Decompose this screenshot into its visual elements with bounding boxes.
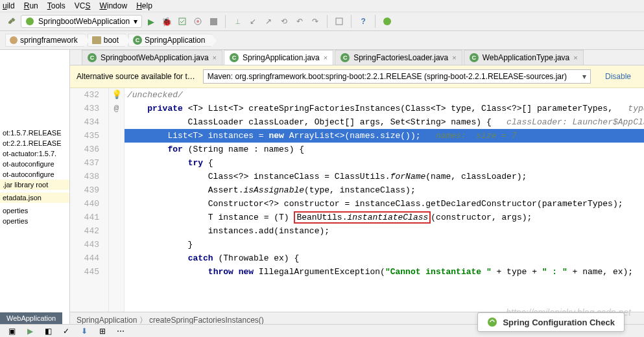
vcs-update-icon[interactable]: ↙ (246, 15, 259, 28)
menu-build[interactable]: uild (3, 1, 15, 10)
undo-icon[interactable]: ↶ (293, 15, 306, 28)
code-line[interactable]: for (String name : names) { (125, 143, 644, 156)
code-line[interactable]: T instance = (T) BeanUtils.instantiateCl… (125, 211, 644, 224)
code-editor[interactable]: 4324334344354364374384394404414424434444… (70, 88, 644, 312)
breadcrumb-folder[interactable]: boot (88, 34, 126, 47)
code-line[interactable]: try { (125, 156, 644, 170)
menu-run[interactable]: Run (24, 1, 38, 10)
vcs-commit-icon[interactable]: ↗ (262, 15, 275, 28)
tree-item[interactable]: etadata.json (0, 192, 69, 203)
history-icon[interactable]: ⟲ (278, 15, 291, 28)
annotation-icon: @ (114, 102, 119, 115)
menu-tools[interactable]: Tools (47, 1, 66, 10)
code-line[interactable]: List<T> instances = new ArrayList<>(name… (125, 129, 644, 143)
tree-item[interactable]: ot-actuator:1.5.7. (0, 148, 69, 159)
svg-rect-5 (336, 18, 342, 25)
close-icon[interactable]: × (573, 54, 577, 62)
package-icon (10, 36, 18, 44)
coverage-icon[interactable] (176, 15, 189, 28)
close-icon[interactable]: × (324, 54, 328, 62)
file-tab[interactable]: CSpringFactoriesLoader.java× (335, 50, 462, 65)
svg-rect-2 (179, 18, 185, 25)
file-tab[interactable]: CSpringbootWebApplication.java× (82, 50, 222, 65)
marker-gutter: 💡@ (109, 88, 125, 312)
code-line[interactable]: instances.add(instance); (125, 224, 644, 238)
code-line[interactable]: throw new IllegalArgumentException("Cann… (125, 265, 644, 279)
stop-icon[interactable] (207, 15, 220, 28)
class-icon: C (470, 53, 479, 62)
code-line[interactable]: private <T> List<T> createSpringFactorie… (125, 102, 644, 115)
source-select[interactable]: Maven: org.springframework.boot:spring-b… (203, 69, 591, 84)
svg-point-6 (383, 17, 391, 25)
menu-bar: uild Run Tools VCS Window Help (0, 0, 644, 12)
svg-point-1 (26, 17, 34, 25)
tree-item[interactable]: operties (0, 216, 69, 226)
breadcrumb-package[interactable]: springframework (5, 34, 85, 47)
tree-item[interactable]: ot-autoconfigure (0, 159, 69, 169)
close-icon[interactable]: × (452, 54, 456, 62)
profile-icon[interactable] (191, 15, 204, 28)
bulb-icon[interactable]: 💡 (112, 88, 122, 102)
db-icon[interactable]: ⊞ (96, 325, 109, 338)
debug-tool-icon[interactable]: ◧ (42, 325, 54, 338)
class-icon: C (88, 53, 97, 62)
terminal-icon[interactable]: ▣ (5, 325, 18, 338)
code-body[interactable]: /unchecked/ private <T> List<T> createSp… (125, 88, 644, 312)
run-icon[interactable]: ▶ (145, 15, 158, 28)
tree-item[interactable]: ot:1.5.7.RELEASE (0, 128, 69, 138)
menu-window[interactable]: Window (99, 1, 127, 10)
code-line[interactable]: Assert.isAssignable(type, instanceClass)… (125, 183, 644, 197)
help-icon[interactable]: ? (357, 15, 370, 28)
tree-item[interactable]: ot-autoconfigure (0, 169, 69, 180)
svg-point-4 (197, 20, 199, 23)
file-tab[interactable]: CSpringApplication.java× (224, 50, 333, 65)
link-icon[interactable]: ⟂ (231, 15, 244, 28)
close-icon[interactable]: × (213, 54, 217, 62)
code-line[interactable]: } (125, 238, 644, 251)
svg-point-7 (488, 318, 497, 327)
spring-config-popup[interactable]: Spring Configuration Check (477, 312, 625, 332)
run-config-label: SpringbootWebApplication (38, 17, 130, 26)
code-line[interactable]: /unchecked/ (125, 88, 644, 102)
project-tree[interactable]: ot:1.5.7.RELEASEot:2.2.1.RELEASEot-actua… (0, 50, 70, 329)
menu-help[interactable]: Help (136, 1, 152, 10)
code-line[interactable]: catch (Throwable ex) { (125, 251, 644, 265)
vcs-tool-icon[interactable]: ⬇ (78, 325, 91, 338)
bottom-tool-icons: ▣ ▶ ◧ ✓ ⬇ ⊞ ⋯ (5, 325, 127, 338)
folder-icon (92, 36, 101, 44)
disable-link[interactable]: Disable (599, 72, 638, 81)
notice-text: Alternative source available for t… (77, 72, 195, 81)
hammer-icon[interactable] (5, 15, 18, 28)
line-gutter: 4324334344354364374384394404414424434444… (70, 88, 109, 312)
breadcrumb-class[interactable]: CSpringApplication (128, 34, 212, 47)
code-line[interactable]: Class<?> instanceClass = ClassUtils.forN… (125, 170, 644, 183)
spring-icon (487, 317, 497, 327)
run-config-selector[interactable]: SpringbootWebApplication ▾ (21, 15, 142, 28)
bottom-tool-tab[interactable]: WebApplication (0, 312, 62, 324)
tree-item[interactable]: ot:2.2.1.RELEASE (0, 138, 69, 148)
run-tool-icon[interactable]: ▶ (23, 325, 36, 338)
breadcrumb-bar: springframework boot CSpringApplication (0, 31, 644, 50)
debug-icon[interactable]: 🐞 (160, 15, 173, 28)
toolbar: SpringbootWebApplication ▾ ▶ 🐞 ⟂ ↙ ↗ ⟲ ↶… (0, 12, 644, 31)
class-icon: C (230, 53, 239, 62)
editor-area: CSpringbootWebApplication.java×CSpringAp… (70, 50, 644, 329)
code-line[interactable]: Constructor<?> constructor = instanceCla… (125, 197, 644, 211)
menu-vcs[interactable]: VCS (75, 1, 91, 10)
code-line[interactable]: ClassLoader classLoader, Object[] args, … (125, 115, 644, 129)
class-icon: C (133, 36, 142, 45)
tree-item[interactable]: .jar library root (0, 180, 69, 190)
structure-icon[interactable] (333, 15, 346, 28)
file-tab[interactable]: CWebApplicationType.java× (464, 50, 584, 65)
spring-icon (25, 17, 34, 26)
class-icon: C (340, 53, 350, 62)
redo-icon[interactable]: ↷ (309, 15, 322, 28)
chevron-down-icon: ▾ (134, 17, 137, 26)
todo-icon[interactable]: ✓ (60, 325, 73, 338)
tree-item[interactable]: operties (0, 205, 69, 216)
notice-bar: Alternative source available for t… Mave… (70, 65, 644, 88)
spring-tool-icon[interactable] (381, 15, 394, 28)
file-tabs: CSpringbootWebApplication.java×CSpringAp… (70, 50, 644, 65)
more-tool-icon[interactable]: ⋯ (114, 325, 127, 338)
